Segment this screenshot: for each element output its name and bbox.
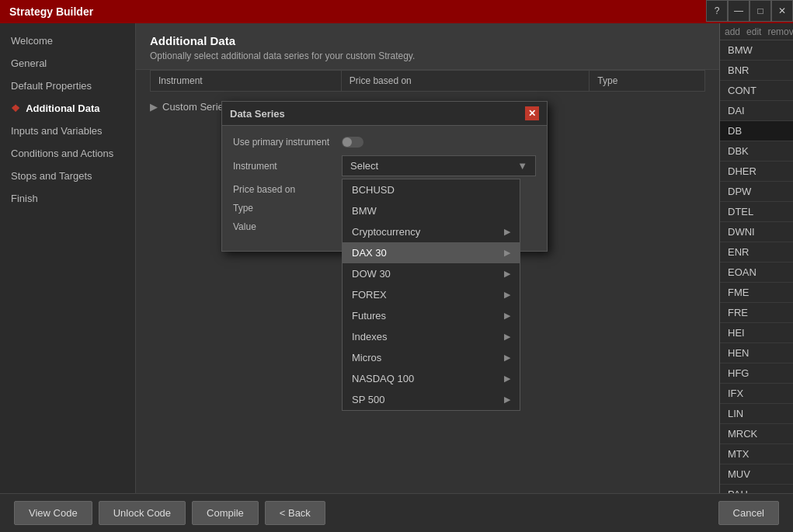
instrument-row: Instrument Select ▼ BCHUSD — [233, 155, 536, 176]
app-title: Strategy Builder — [9, 5, 93, 18]
sidebar-item-label: Stops and Targets — [11, 170, 92, 182]
help-button[interactable]: ? — [706, 0, 728, 22]
instrument-list-item[interactable]: IFX — [720, 384, 793, 404]
instrument-list-item[interactable]: DAI — [720, 101, 793, 121]
sidebar-item-label: Conditions and Actions — [11, 148, 113, 159]
use-primary-instrument-row: Use primary instrument — [233, 137, 536, 148]
instrument-list-item[interactable]: BNR — [720, 61, 793, 81]
content-header: Additional Data Optionally select additi… — [136, 23, 719, 70]
dropdown-item-sp500[interactable]: SP 500 ▶ — [343, 389, 520, 410]
dropdown-item-label: DOW 30 — [352, 268, 391, 280]
dropdown-item-label: BCHUSD — [352, 184, 395, 196]
sidebar-item-finish[interactable]: Finish — [0, 187, 135, 210]
left-buttons: View Code Unlock Code Compile < Back — [14, 501, 325, 525]
instrument-select[interactable]: Select ▼ — [342, 155, 536, 176]
dropdown-item-bmw[interactable]: BMW — [343, 200, 520, 221]
edit-action[interactable]: edit — [746, 26, 761, 37]
instrument-list-item[interactable]: DPW — [720, 182, 793, 202]
dropdown-item-dax30[interactable]: DAX 30 ▶ — [343, 242, 520, 263]
instrument-list-item[interactable]: HEN — [720, 343, 793, 363]
unlock-code-button[interactable]: Unlock Code — [99, 501, 186, 525]
sidebar-item-label: Default Properties — [11, 80, 92, 92]
dialog-title: Data Series — [230, 108, 285, 120]
submenu-arrow-icon: ▶ — [504, 374, 510, 384]
sidebar-item-additional-data[interactable]: ❖ Additional Data — [0, 97, 135, 120]
submenu-arrow-icon: ▶ — [504, 227, 510, 237]
sidebar-item-general[interactable]: General — [0, 52, 135, 75]
use-primary-toggle[interactable] — [342, 137, 363, 148]
instrument-list-item[interactable]: LIN — [720, 404, 793, 424]
submenu-arrow-icon: ▶ — [504, 395, 510, 405]
content-subtitle: Optionally select additional data series… — [150, 50, 705, 61]
dropdown-item-bchusd[interactable]: BCHUSD — [343, 179, 520, 200]
dropdown-item-label: DAX 30 — [352, 247, 387, 259]
dropdown-item-label: NASDAQ 100 — [352, 373, 414, 384]
instrument-list-item[interactable]: CONT — [720, 81, 793, 101]
instrument-list-item[interactable]: HFG — [720, 363, 793, 384]
compile-button[interactable]: Compile — [192, 501, 259, 525]
dropdown-item-futures[interactable]: Futures ▶ — [343, 305, 520, 326]
instrument-select-container: Select ▼ BCHUSD BMW — [342, 155, 536, 176]
minimize-button[interactable]: — — [728, 0, 750, 22]
close-button[interactable]: ✕ — [771, 0, 793, 22]
cancel-button[interactable]: Cancel — [718, 501, 779, 525]
dropdown-item-label: Futures — [352, 310, 386, 322]
submenu-arrow-icon: ▶ — [504, 290, 510, 300]
sidebar-item-label: Inputs and Variables — [11, 125, 103, 137]
back-button[interactable]: < Back — [265, 501, 325, 525]
sidebar-item-default-properties[interactable]: Default Properties — [0, 75, 135, 97]
price-based-on-label: Price based on — [233, 184, 334, 195]
data-table: Instrument Price based on Type — [150, 70, 705, 92]
instrument-dropdown-menu: BCHUSD BMW Cryptocurrency ▶ — [342, 179, 520, 411]
use-primary-instrument-label: Use primary instrument — [233, 137, 334, 148]
instrument-list-item[interactable]: BMW — [720, 40, 793, 61]
dropdown-item-label: Cryptocurrency — [352, 226, 420, 238]
content-title: Additional Data — [150, 34, 705, 47]
instrument-list-item[interactable]: MUV — [720, 464, 793, 485]
submenu-arrow-icon: ▶ — [504, 248, 510, 258]
dropdown-item-indexes[interactable]: Indexes ▶ — [343, 326, 520, 347]
instrument-list-item[interactable]: DBK — [720, 141, 793, 162]
instrument-list-item[interactable]: MTX — [720, 444, 793, 464]
sidebar-item-inputs-variables[interactable]: Inputs and Variables — [0, 120, 135, 142]
instrument-list-item[interactable]: DHER — [720, 162, 793, 182]
instrument-list-item[interactable]: EOAN — [720, 263, 793, 283]
dropdown-item-label: FOREX — [352, 289, 387, 301]
sidebar-item-welcome[interactable]: Welcome — [0, 30, 135, 52]
sidebar-item-label: Finish — [11, 193, 38, 204]
dropdown-item-cryptocurrency[interactable]: Cryptocurrency ▶ — [343, 221, 520, 242]
dropdown-item-nasdaq100[interactable]: NASDAQ 100 ▶ — [343, 368, 520, 389]
instrument-list-item[interactable]: DWNI — [720, 222, 793, 242]
instrument-list-item[interactable]: FME — [720, 283, 793, 303]
instrument-list-item[interactable]: ENR — [720, 242, 793, 263]
remove-action[interactable]: remove — [767, 26, 793, 37]
dropdown-item-forex[interactable]: FOREX ▶ — [343, 284, 520, 305]
instrument-list-item[interactable]: DB — [720, 121, 793, 141]
instrument-list-item[interactable]: PAH — [720, 485, 793, 493]
dropdown-item-label: SP 500 — [352, 394, 384, 405]
view-code-button[interactable]: View Code — [14, 501, 92, 525]
col-type: Type — [590, 71, 705, 92]
instrument-list-item[interactable]: MRCK — [720, 424, 793, 444]
right-buttons: Cancel — [718, 501, 779, 525]
dialog-title-bar: Data Series ✕ — [222, 102, 547, 126]
dropdown-item-dow30[interactable]: DOW 30 ▶ — [343, 263, 520, 284]
dropdown-item-label: Indexes — [352, 331, 388, 342]
maximize-button[interactable]: □ — [750, 0, 771, 22]
dialog-body: Use primary instrument Instrument Select… — [222, 126, 547, 251]
instrument-list-item[interactable]: FRE — [720, 303, 793, 323]
col-price-based-on: Price based on — [341, 71, 590, 92]
instrument-list-item[interactable]: HEI — [720, 323, 793, 343]
sidebar-item-conditions-actions[interactable]: Conditions and Actions — [0, 142, 135, 165]
instrument-list-item[interactable]: DTEL — [720, 202, 793, 222]
dialog-close-button[interactable]: ✕ — [525, 106, 539, 120]
sidebar-item-stops-targets[interactable]: Stops and Targets — [0, 165, 135, 187]
type-label: Type — [233, 203, 334, 214]
submenu-arrow-icon: ▶ — [504, 353, 510, 363]
instrument-label: Instrument — [233, 161, 334, 172]
dropdown-item-micros[interactable]: Micros ▶ — [343, 347, 520, 368]
add-action[interactable]: add — [725, 26, 740, 37]
sidebar-item-label: Welcome — [11, 35, 53, 47]
chevron-down-icon: ▼ — [517, 160, 527, 172]
submenu-arrow-icon: ▶ — [504, 311, 510, 321]
